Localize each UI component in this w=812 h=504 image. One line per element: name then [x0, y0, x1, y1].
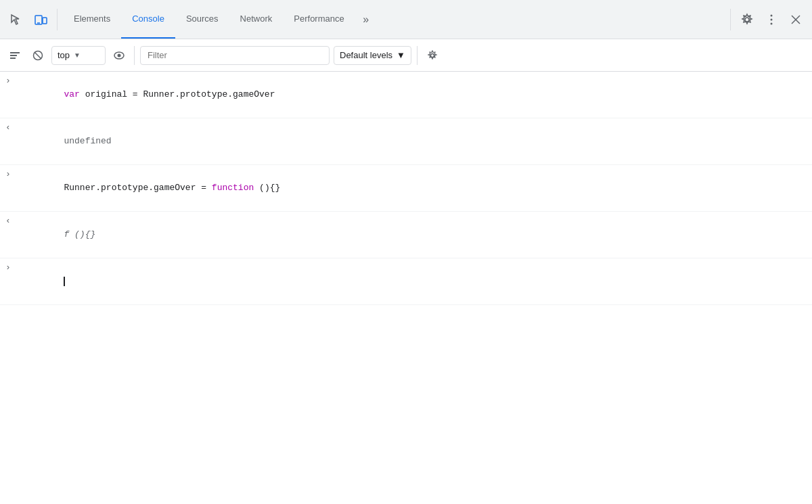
console-line-1: › var original = Runner.prototype.gameOv… [0, 72, 812, 118]
toolbar-right [736, 9, 807, 30]
line-3-obj: Runner.prototype.gameOver = [64, 183, 211, 193]
svg-rect-1 [43, 18, 47, 24]
line-2-content: undefined [22, 121, 807, 162]
console-line-4: ‹ f (){} [0, 212, 812, 258]
levels-dropdown-arrow: ▼ [397, 50, 405, 60]
close-devtools-button[interactable] [785, 9, 807, 30]
svg-rect-11 [10, 58, 16, 59]
context-selector[interactable]: top ▼ [51, 46, 106, 65]
block-button[interactable] [28, 46, 47, 65]
device-toolbar-button[interactable] [30, 9, 51, 30]
line-1-prefix: › [3, 74, 22, 88]
svg-point-5 [771, 18, 773, 20]
console-output: › var original = Runner.prototype.gameOv… [0, 72, 812, 504]
more-options-button[interactable] [761, 9, 782, 30]
svg-point-6 [771, 22, 773, 24]
svg-rect-10 [10, 55, 17, 56]
line-1-code: original = Runner.prototype.gameOver [80, 89, 275, 99]
console-toolbar-divider-2 [417, 46, 418, 65]
levels-selector[interactable]: Default levels ▼ [334, 46, 411, 65]
console-line-2: ‹ undefined [0, 118, 812, 165]
levels-label: Default levels [340, 50, 392, 60]
svg-rect-9 [10, 52, 20, 53]
console-line-5-active[interactable]: › [0, 258, 812, 305]
line-4-prefix: ‹ [3, 214, 22, 228]
svg-point-3 [745, 18, 749, 22]
more-tabs-button[interactable]: » [355, 9, 377, 30]
line-1-content: var original = Runner.prototype.gameOver [22, 74, 807, 115]
line-2-undefined: undefined [64, 136, 111, 146]
inspect-element-button[interactable] [5, 9, 27, 30]
svg-point-16 [430, 53, 434, 57]
settings-button[interactable] [736, 9, 758, 30]
svg-point-4 [771, 14, 773, 16]
context-dropdown-arrow: ▼ [74, 51, 81, 59]
tab-performance[interactable]: Performance [283, 0, 355, 39]
tab-elements[interactable]: Elements [63, 0, 121, 39]
line-3-content: Runner.prototype.gameOver = function (){… [22, 168, 807, 208]
line-4-result: f (){} [64, 229, 95, 239]
tab-network[interactable]: Network [229, 0, 284, 39]
toolbar-divider-right [730, 9, 731, 30]
tab-sources[interactable]: Sources [175, 0, 229, 39]
console-toolbar-divider [134, 46, 135, 65]
cursor [64, 277, 65, 286]
console-settings-button[interactable] [423, 46, 442, 65]
devtools-panel: Elements Console Sources Network Perform… [0, 0, 812, 504]
line-4-content: f (){} [22, 214, 807, 255]
console-line-3: › Runner.prototype.gameOver = function (… [0, 165, 812, 212]
line-5-input [22, 261, 807, 302]
line-3-prefix: › [3, 168, 22, 181]
console-toolbar: top ▼ Default levels ▼ [0, 39, 812, 72]
line-3-function: function [212, 183, 254, 193]
line-2-prefix: ‹ [3, 121, 22, 135]
context-value: top [58, 50, 70, 60]
line-5-prefix: › [3, 261, 22, 275]
live-expressions-button[interactable] [110, 46, 129, 65]
toolbar-divider [57, 9, 58, 30]
tab-console[interactable]: Console [121, 0, 175, 39]
filter-input[interactable] [140, 46, 330, 65]
devtools-tabbar: Elements Console Sources Network Perform… [0, 0, 812, 39]
tabs-container: Elements Console Sources Network Perform… [63, 0, 725, 39]
svg-line-13 [35, 52, 41, 59]
svg-point-15 [118, 53, 121, 57]
clear-console-button[interactable] [5, 46, 24, 65]
keyword-var: var [64, 89, 79, 99]
line-3-body: (){} [254, 183, 280, 193]
